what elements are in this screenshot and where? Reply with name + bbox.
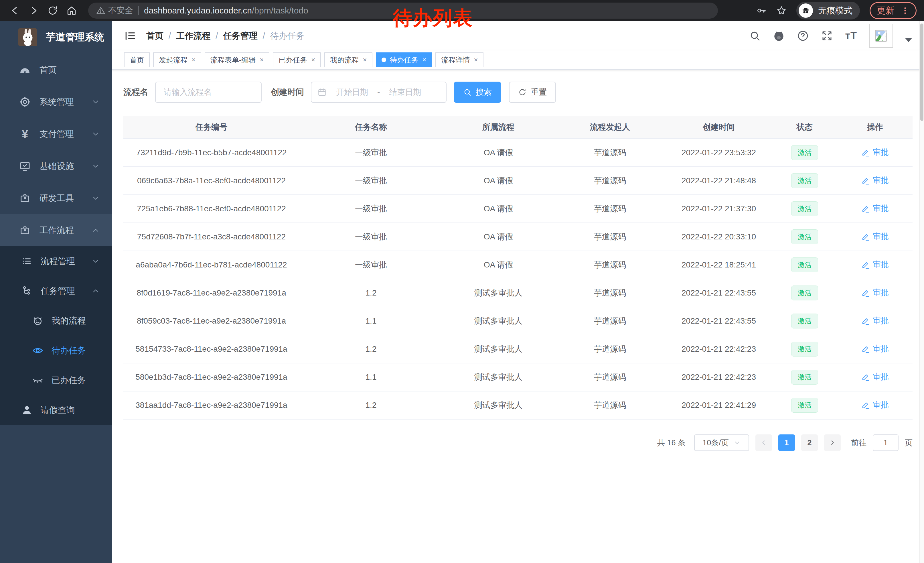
status-badge: 激活 [791, 230, 818, 244]
search-icon[interactable] [749, 30, 761, 42]
approve-link[interactable]: 审批 [861, 315, 889, 326]
table-row: 725a1eb6-7b88-11ec-8ef0-acde48001122 一级审… [123, 195, 912, 223]
sidebar-item-task-mgmt[interactable]: 任务管理 [0, 276, 112, 306]
cell-action: 审批 [837, 223, 912, 251]
reset-button-label: 重置 [531, 87, 547, 98]
cell-status: 激活 [772, 223, 837, 251]
col-status: 状态 [772, 116, 837, 139]
tab-close-icon[interactable]: × [311, 56, 315, 64]
browser-menu-icon[interactable] [901, 6, 909, 15]
sidebar-item-todo-tasks[interactable]: 待办任务 [0, 336, 112, 365]
date-range-picker[interactable]: - [311, 82, 447, 103]
tab-todo-tasks[interactable]: 待办任务× [376, 53, 432, 67]
fullscreen-icon[interactable] [821, 30, 833, 42]
page-button-2[interactable]: 2 [801, 434, 818, 451]
tab-close-icon[interactable]: × [422, 56, 426, 64]
chevron-down-icon [91, 130, 100, 138]
sidebar-item-infra[interactable]: 基础设施 [0, 150, 112, 182]
active-tab-dot [382, 57, 386, 62]
tab-start-process[interactable]: 发起流程× [153, 53, 201, 67]
approve-link[interactable]: 审批 [861, 259, 889, 270]
approve-link-label: 审批 [873, 399, 889, 410]
breadcrumb-item[interactable]: 工作流程 [176, 30, 210, 42]
page-button-1[interactable]: 1 [778, 434, 795, 451]
tab-close-icon[interactable]: × [260, 56, 264, 64]
cell-task-id: 8f059c03-7ac8-11ec-a9e2-a2380e71991a [123, 307, 299, 335]
prev-page-button[interactable] [755, 434, 772, 451]
approve-link[interactable]: 审批 [861, 287, 889, 298]
avatar[interactable] [869, 24, 893, 48]
approve-link[interactable]: 审批 [861, 147, 889, 158]
browser-forward-icon[interactable] [26, 3, 41, 18]
breadcrumb-item[interactable]: 首页 [146, 30, 164, 42]
tab-close-icon[interactable]: × [363, 56, 367, 64]
table-row: 8f0d1619-7ac8-11ec-a9e2-a2380e71991a 1.2… [123, 279, 912, 307]
next-page-button[interactable] [824, 434, 841, 451]
tab-my-process[interactable]: 我的流程× [324, 53, 372, 67]
tab-close-icon[interactable]: × [474, 56, 478, 64]
approve-link[interactable]: 审批 [861, 231, 889, 242]
cell-task-name: 一级审批 [299, 139, 442, 167]
page-size-select[interactable]: 10条/页 [694, 434, 749, 451]
sidebar-item-workflow[interactable]: 工作流程 [0, 214, 112, 246]
tab-label: 流程表单-编辑 [210, 55, 256, 65]
sidebar-item-my-process[interactable]: 我的流程 [0, 306, 112, 336]
cell-initiator: 芋道源码 [554, 167, 666, 195]
filter-bar: 流程名 创建时间 - 搜索 重置 [123, 81, 912, 103]
approve-link[interactable]: 审批 [861, 175, 889, 186]
warning-icon [96, 6, 105, 15]
github-icon[interactable] [773, 30, 785, 42]
process-name-input[interactable] [155, 82, 262, 103]
workflow-submenu: 流程管理 任务管理 我的流程 待办任务 [0, 246, 112, 425]
sidebar-item-process-mgmt[interactable]: 流程管理 [0, 246, 112, 276]
password-key-icon[interactable] [756, 6, 766, 16]
approve-link-label: 审批 [873, 175, 889, 186]
page-scrollbar[interactable] [920, 21, 924, 563]
browser-home-icon[interactable] [64, 3, 79, 18]
sidebar-logo-row[interactable]: 芋道管理系统 [0, 23, 112, 51]
sidebar-item-devtools[interactable]: 研发工具 [0, 182, 112, 214]
robot-face-icon [32, 315, 44, 326]
sidebar-item-payment[interactable]: ¥ 支付管理 [0, 118, 112, 150]
tab-home[interactable]: 首页 [124, 53, 150, 67]
eye-icon [32, 345, 44, 356]
sidebar-collapse-icon[interactable] [124, 30, 136, 42]
search-button[interactable]: 搜索 [454, 82, 501, 103]
tab-done-tasks[interactable]: 已办任务× [273, 53, 321, 67]
approve-link[interactable]: 审批 [861, 203, 889, 214]
end-date-input[interactable] [382, 88, 428, 97]
breadcrumb-item[interactable]: 任务管理 [223, 30, 258, 42]
browser-reload-icon[interactable] [45, 3, 60, 18]
approve-link[interactable]: 审批 [861, 343, 889, 354]
font-size-icon[interactable]: тT [845, 30, 857, 42]
cell-initiator: 芋道源码 [554, 363, 666, 391]
chevron-down-icon [734, 439, 741, 446]
approve-link[interactable]: 审批 [861, 399, 889, 410]
sidebar-item-done-tasks[interactable]: 已办任务 [0, 365, 112, 395]
reset-button[interactable]: 重置 [509, 82, 556, 103]
start-date-input[interactable] [329, 88, 375, 97]
sidebar-item-leave-query[interactable]: 请假查询 [0, 395, 112, 425]
help-icon[interactable] [797, 30, 809, 42]
refresh-icon [518, 88, 527, 96]
sidebar-item-home[interactable]: 首页 [0, 54, 112, 86]
cell-create-time: 2022-01-21 22:42:23 [666, 363, 772, 391]
tab-close-icon[interactable]: × [192, 56, 195, 64]
cell-status: 激活 [772, 195, 837, 223]
approve-link[interactable]: 审批 [861, 371, 889, 382]
not-secure-warning[interactable]: 不安全 [96, 5, 133, 17]
avatar-dropdown-caret-icon[interactable] [905, 38, 912, 42]
cell-create-time: 2022-01-22 21:48:48 [666, 167, 772, 195]
browser-back-icon[interactable] [8, 3, 22, 18]
tab-label: 首页 [130, 55, 144, 65]
tab-process-form-edit[interactable]: 流程表单-编辑× [205, 53, 269, 67]
cell-create-time: 2022-01-21 22:43:55 [666, 307, 772, 335]
bookmark-star-icon[interactable] [776, 6, 787, 16]
sidebar-item-system[interactable]: 系统管理 [0, 86, 112, 118]
scrollbar-thumb[interactable] [920, 24, 923, 121]
col-process: 所属流程 [442, 116, 554, 139]
goto-page-input[interactable] [873, 434, 898, 451]
tab-process-detail[interactable]: 流程详情× [435, 53, 483, 67]
cell-initiator: 芋道源码 [554, 391, 666, 419]
browser-update-button[interactable]: 更新 [870, 2, 916, 19]
